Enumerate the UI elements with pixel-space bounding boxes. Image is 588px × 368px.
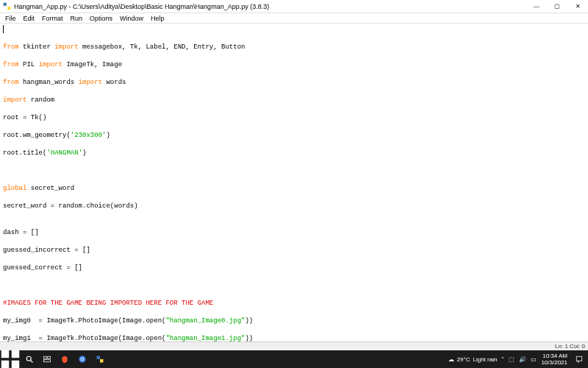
svg-point-6 xyxy=(26,356,31,361)
notifications-icon[interactable] xyxy=(570,350,588,368)
svg-rect-2 xyxy=(1,350,10,358)
close-button[interactable]: ✕ xyxy=(567,0,588,13)
code-line: root = Tk() xyxy=(3,113,585,122)
window-title: Hangman_App.py - C:\Users\Aditya\Desktop… xyxy=(14,3,526,10)
tray-network-icon[interactable]: ⬚ xyxy=(509,356,514,363)
svg-rect-4 xyxy=(1,361,10,368)
start-button[interactable] xyxy=(0,350,21,368)
weather-widget[interactable]: ☁ 29°C Light rain xyxy=(448,356,498,363)
code-line: #IMAGES FOR THE GAME BEING IMPORTED HERE… xyxy=(3,299,585,308)
menubar: File Edit Format Run Options Window Help xyxy=(0,13,588,24)
menu-format[interactable]: Format xyxy=(38,15,67,22)
code-line: import random xyxy=(3,96,585,105)
code-line: my_img1 = ImageTk.PhotoImage(Image.open(… xyxy=(3,334,585,342)
taskbar-clock[interactable]: 10:34 AM 10/3/2021 xyxy=(541,353,570,366)
clock-time: 10:34 AM xyxy=(541,353,567,359)
code-editor[interactable]: from tkinter import messagebox, Tk, Labe… xyxy=(0,24,588,342)
search-icon[interactable] xyxy=(21,350,38,368)
code-line: from hangman_words import words xyxy=(3,78,585,87)
code-line: guessed_incorrect = [] xyxy=(3,246,585,255)
svg-point-14 xyxy=(82,358,84,361)
code-line: dash = [] xyxy=(3,228,585,237)
clock-date: 10/3/2021 xyxy=(541,359,567,366)
code-line: my_img0 = ImageTk.PhotoImage(Image.open(… xyxy=(3,316,585,325)
minimize-button[interactable]: — xyxy=(526,0,547,13)
cursor-position: Ln: 1 Col: 0 xyxy=(555,343,585,350)
svg-rect-10 xyxy=(44,360,51,362)
weather-text: Light rain xyxy=(473,356,497,363)
tray-chevron-up-icon[interactable]: ˄ xyxy=(501,356,504,363)
svg-rect-3 xyxy=(12,350,20,358)
text-cursor xyxy=(3,25,4,33)
svg-line-7 xyxy=(31,361,33,363)
svg-rect-5 xyxy=(12,361,20,368)
menu-edit[interactable]: Edit xyxy=(20,15,39,22)
svg-rect-15 xyxy=(97,356,101,360)
app-icon xyxy=(3,2,11,10)
code-line: guessed_correct = [] xyxy=(3,263,585,272)
system-tray[interactable]: ˄ ⬚ 🔊 ▭ xyxy=(497,356,541,363)
code-line: from tkinter import messagebox, Tk, Labe… xyxy=(3,43,585,52)
task-view-icon[interactable] xyxy=(38,350,56,368)
svg-rect-1 xyxy=(7,7,10,10)
code-line: secret_word = random.choice(words) xyxy=(3,202,585,210)
code-line: global secret_word xyxy=(3,184,585,193)
svg-marker-11 xyxy=(62,356,68,364)
svg-rect-0 xyxy=(4,3,7,6)
menu-window[interactable]: Window xyxy=(116,15,147,22)
taskbar-app-idle-icon[interactable] xyxy=(91,350,109,368)
weather-temp: 29°C xyxy=(457,356,470,363)
tray-battery-icon[interactable]: ▭ xyxy=(531,356,537,363)
code-line: root.wm_geometry('230x300') xyxy=(3,131,585,140)
taskbar-app-chrome-icon[interactable] xyxy=(74,350,91,368)
taskbar-app-brave-icon[interactable] xyxy=(56,350,74,368)
statusbar: Ln: 1 Col: 0 xyxy=(0,342,588,350)
code-line: from PIL import ImageTk, Image xyxy=(3,60,585,69)
weather-icon: ☁ xyxy=(448,356,454,363)
svg-rect-9 xyxy=(48,356,51,358)
menu-file[interactable]: File xyxy=(1,15,20,22)
svg-rect-17 xyxy=(576,356,582,361)
svg-rect-16 xyxy=(100,359,104,363)
code-line: root.title('HANGMAN') xyxy=(3,149,585,158)
menu-help[interactable]: Help xyxy=(147,15,168,22)
menu-run[interactable]: Run xyxy=(67,15,87,22)
menu-options[interactable]: Options xyxy=(86,15,116,22)
maximize-button[interactable]: ▢ xyxy=(547,0,567,13)
titlebar[interactable]: Hangman_App.py - C:\Users\Aditya\Desktop… xyxy=(0,0,588,13)
tray-volume-icon[interactable]: 🔊 xyxy=(519,356,526,363)
taskbar[interactable]: ☁ 29°C Light rain ˄ ⬚ 🔊 ▭ 10:34 AM 10/3/… xyxy=(0,350,588,368)
svg-rect-8 xyxy=(44,356,47,358)
